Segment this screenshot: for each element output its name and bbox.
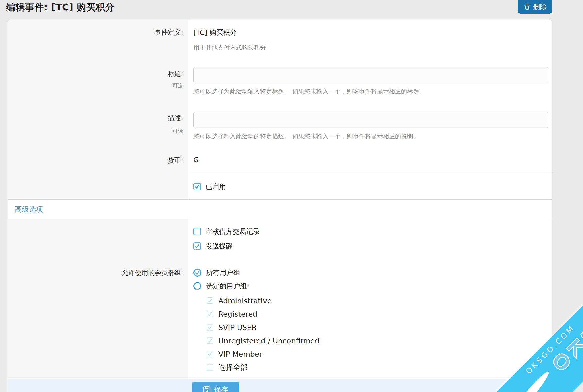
- advanced-options-title: 高级选项: [15, 205, 43, 213]
- selected-groups-option: 选定的用户组:: [193, 280, 548, 292]
- selected-groups-radio-label: 选定的用户组:: [206, 282, 249, 291]
- check-icon: [195, 184, 200, 189]
- save-button-label: 保存: [214, 385, 228, 392]
- row-currency: 货币: G: [8, 151, 552, 173]
- group-administrative-checkbox[interactable]: [207, 297, 213, 304]
- member-groups-value-cell: 所有用户组 选定的用户组: Administrative: [188, 262, 552, 379]
- delete-button-label: 删除: [533, 2, 547, 11]
- audit-option: 审核借方交易记录: [193, 226, 548, 237]
- alert-checkbox-label: 发送提醒: [206, 242, 233, 251]
- title-help-text: 您可以选择为此活动输入特定标题。 如果您未输入一个，则该事件将显示相应的标题。: [193, 87, 548, 95]
- audit-checkbox-label: 审核借方交易记录: [206, 227, 260, 236]
- check-icon: [208, 352, 212, 356]
- row-enabled: 已启用: [8, 173, 552, 199]
- enabled-option: 已启用: [193, 182, 548, 192]
- all-users-option: 所有用户组: [193, 267, 548, 278]
- trash-icon: [523, 3, 531, 10]
- delete-button[interactable]: 删除: [518, 0, 552, 14]
- group-registered-label: Registered: [218, 310, 257, 318]
- title-optional-hint: 可选: [13, 82, 183, 89]
- group-unregistered-label: Unregistered / Unconfirmed: [218, 337, 319, 345]
- row-title-field: 标题: 可选 您可以选择为此活动输入特定标题。 如果您未输入一个，则该事件将显示…: [8, 65, 552, 106]
- event-definition-description: 用于其他支付方式购买积分: [193, 44, 548, 52]
- form-footer: 保存: [8, 379, 552, 392]
- description-label: 描述:: [13, 114, 183, 122]
- event-definition-label-cell: 事件定义:: [8, 20, 188, 65]
- group-vip-checkbox[interactable]: [207, 351, 213, 357]
- group-vip-label: VIP Member: [218, 350, 262, 358]
- selected-groups-radio[interactable]: [193, 282, 201, 290]
- advanced-options-section: 高级选项: [8, 199, 552, 218]
- description-label-cell: 描述: 可选: [8, 106, 188, 151]
- enabled-checkbox[interactable]: [193, 183, 201, 190]
- group-svip-checkbox[interactable]: [207, 324, 213, 331]
- alert-option: 发送提醒: [193, 241, 548, 251]
- description-input[interactable]: [193, 112, 548, 128]
- user-group-item: VIP Member: [207, 347, 548, 361]
- row-description-field: 描述: 可选 您可以选择输入此活动的特定描述。 如果您未输入一个，则事件将显示相…: [8, 106, 552, 151]
- group-registered-checkbox[interactable]: [207, 311, 213, 317]
- currency-value: G: [193, 156, 199, 164]
- row-advanced-checkboxes: 审核借方交易记录 发送提醒: [8, 218, 552, 262]
- audit-checkbox[interactable]: [193, 228, 201, 235]
- check-icon: [208, 325, 212, 330]
- event-definition-value-cell: [TC] 购买积分 用于其他支付方式购买积分: [188, 20, 552, 65]
- row-member-groups: 允许使用的会员群组: 所有用户组 选定的用户组:: [8, 262, 552, 379]
- group-svip-label: SVIP USER: [218, 323, 257, 332]
- save-button[interactable]: 保存: [192, 382, 239, 392]
- user-group-item: Registered: [207, 307, 548, 321]
- select-all-checkbox[interactable]: [207, 364, 213, 371]
- title-value-cell: 您可以选择为此活动输入特定标题。 如果您未输入一个，则该事件将显示相应的标题。: [188, 65, 552, 106]
- check-icon: [208, 339, 212, 343]
- user-group-list: Administrative Registered SVIP USER: [193, 294, 548, 374]
- check-icon: [195, 244, 200, 249]
- description-optional-hint: 可选: [13, 127, 183, 135]
- title-label: 标题:: [13, 69, 183, 78]
- page-title: 编辑事件: [TC] 购买积分: [6, 1, 114, 14]
- currency-value-cell: G: [188, 151, 552, 173]
- all-users-radio[interactable]: [193, 269, 201, 277]
- group-unregistered-checkbox[interactable]: [207, 337, 213, 344]
- title-label-cell: 标题: 可选: [8, 65, 188, 106]
- description-help-text: 您可以选择输入此活动的特定描述。 如果您未输入一个，则事件将显示相应的说明。: [193, 132, 548, 140]
- user-group-item: 选择全部: [207, 361, 548, 374]
- description-value-cell: 您可以选择输入此活动的特定描述。 如果您未输入一个，则事件将显示相应的说明。: [188, 106, 552, 151]
- user-group-item: Unregistered / Unconfirmed: [207, 334, 548, 347]
- event-definition-name: [TC] 购买积分: [193, 28, 548, 37]
- user-group-item: SVIP USER: [207, 321, 548, 334]
- select-all-label: 选择全部: [218, 363, 248, 373]
- edit-event-form: 事件定义: [TC] 购买积分 用于其他支付方式购买积分 标题: 可选 您可以选…: [8, 20, 552, 392]
- radio-check-icon: [195, 270, 200, 275]
- currency-label: 货币:: [13, 156, 183, 165]
- check-icon: [208, 312, 212, 316]
- edit-event-page: 编辑事件: [TC] 购买积分 删除 事件定义: [TC] 购买积分 用于其他支…: [0, 0, 583, 392]
- member-groups-label-cell: 允许使用的会员群组:: [8, 262, 188, 379]
- all-users-radio-label: 所有用户组: [206, 268, 240, 277]
- member-groups-label: 允许使用的会员群组:: [13, 268, 183, 277]
- currency-label-cell: 货币:: [8, 151, 188, 173]
- enabled-checkbox-label: 已启用: [206, 182, 226, 191]
- alert-checkbox[interactable]: [193, 242, 201, 250]
- save-icon: [203, 386, 211, 392]
- group-administrative-label: Administrative: [218, 297, 272, 305]
- row-event-definition: 事件定义: [TC] 购买积分 用于其他支付方式购买积分: [8, 20, 552, 65]
- event-definition-label: 事件定义:: [13, 28, 183, 37]
- title-input[interactable]: [193, 67, 548, 83]
- user-group-item: Administrative: [207, 294, 548, 307]
- check-icon: [208, 299, 212, 303]
